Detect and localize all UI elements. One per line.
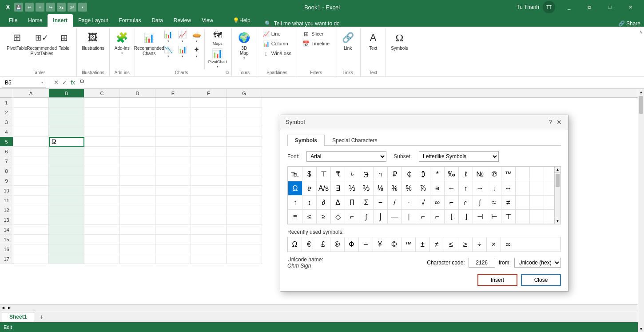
symbol-cell-1-14[interactable]: ↓ bbox=[487, 181, 501, 196]
symbol-cell-0-0[interactable]: ℡ bbox=[288, 167, 302, 181]
font-select[interactable]: Arial bbox=[306, 151, 386, 162]
recent-symbol-9[interactable]: ± bbox=[416, 237, 430, 252]
symbol-cell-3-16[interactable] bbox=[516, 210, 530, 224]
symbol-cell-2-6[interactable]: − bbox=[374, 196, 388, 210]
symbol-cell-1-4[interactable]: ⅓ bbox=[345, 181, 359, 196]
symbol-cell-2-10[interactable]: ∞ bbox=[430, 196, 445, 210]
symbol-cell-2-4[interactable]: Π bbox=[345, 196, 359, 210]
symbol-cell-2-9[interactable]: √ bbox=[416, 196, 430, 210]
symbol-cell-1-7[interactable]: ⅜ bbox=[388, 181, 402, 196]
recent-symbol-11[interactable]: ≤ bbox=[444, 237, 458, 252]
symbol-cell-3-4[interactable]: ⌐ bbox=[345, 210, 359, 224]
recent-symbol-13[interactable]: ÷ bbox=[473, 237, 487, 252]
from-select[interactable]: Unicode (hex) bbox=[514, 258, 561, 268]
symbol-cell-0-5[interactable]: ℈ bbox=[359, 167, 374, 181]
symbol-cell-1-11[interactable]: ← bbox=[445, 181, 459, 196]
recent-symbol-2[interactable]: £ bbox=[316, 237, 330, 252]
symbol-cell-3-2[interactable]: ≥ bbox=[317, 210, 331, 224]
symbol-cell-0-17[interactable] bbox=[530, 167, 544, 181]
symbol-cell-1-5[interactable]: ⅔ bbox=[359, 181, 374, 196]
symbol-cell-0-9[interactable]: ₿ bbox=[416, 167, 430, 181]
symbol-cell-1-1[interactable]: ℯ bbox=[302, 181, 317, 196]
symbol-cell-2-5[interactable]: Σ bbox=[359, 196, 374, 210]
symbol-cell-0-15[interactable]: ™ bbox=[501, 167, 516, 181]
recent-symbol-10[interactable]: ≠ bbox=[430, 237, 444, 252]
symbol-cell-0-1[interactable]: $ bbox=[302, 167, 317, 181]
symbol-cell-0-13[interactable]: № bbox=[473, 167, 487, 181]
recent-symbol-0[interactable]: Ω bbox=[288, 237, 302, 252]
symbol-cell-0-14[interactable]: ℗ bbox=[487, 167, 501, 181]
symbol-cell-0-10[interactable]: * bbox=[430, 167, 445, 181]
symbol-cell-1-13[interactable]: → bbox=[473, 181, 487, 196]
symbol-cell-0-16[interactable] bbox=[516, 167, 530, 181]
recent-symbol-7[interactable]: © bbox=[387, 237, 402, 252]
dialog-tab-symbols[interactable]: Symbols bbox=[287, 135, 325, 146]
symbol-cell-3-10[interactable]: ⌐ bbox=[430, 210, 445, 224]
symbol-cell-2-13[interactable]: ∫ bbox=[473, 196, 487, 210]
symbol-cell-0-12[interactable]: ℓ bbox=[459, 167, 473, 181]
symbol-cell-2-0[interactable]: ↑ bbox=[288, 196, 302, 210]
symbol-cell-0-8[interactable]: ₵ bbox=[402, 167, 416, 181]
symbol-cell-3-1[interactable]: ≤ bbox=[302, 210, 317, 224]
symbol-cell-2-1[interactable]: ↕ bbox=[302, 196, 317, 210]
symbol-cell-2-7[interactable]: / bbox=[388, 196, 402, 210]
recent-symbol-6[interactable]: ¥ bbox=[373, 237, 387, 252]
symbol-cell-3-13[interactable]: ⊣ bbox=[473, 210, 487, 224]
symbol-cell-3-5[interactable]: ∫ bbox=[359, 210, 374, 224]
symbol-cell-1-9[interactable]: ⅞ bbox=[416, 181, 430, 196]
symbol-cell-2-2[interactable]: ∂ bbox=[317, 196, 331, 210]
symbol-cell-1-8[interactable]: ⅝ bbox=[402, 181, 416, 196]
recent-symbol-14[interactable]: × bbox=[487, 237, 501, 252]
recent-symbol-15[interactable]: ∞ bbox=[501, 237, 515, 252]
symbol-cell-3-6[interactable]: ⌡ bbox=[374, 210, 388, 224]
symbol-cell-1-0[interactable]: Ω bbox=[288, 181, 302, 196]
subset-select[interactable]: Letterlike Symbols bbox=[419, 151, 499, 162]
symbol-cell-1-2[interactable]: A/s bbox=[317, 181, 331, 196]
recent-symbol-8[interactable]: ™ bbox=[402, 237, 416, 252]
symbol-cell-3-15[interactable]: ⊤ bbox=[501, 210, 516, 224]
recent-symbol-12[interactable]: ≥ bbox=[458, 237, 473, 252]
recent-symbol-4[interactable]: Φ bbox=[345, 237, 359, 252]
symbol-cell-2-16[interactable] bbox=[516, 196, 530, 210]
symbol-cell-0-4[interactable]: ৳ bbox=[345, 167, 359, 181]
symbol-cell-1-17[interactable] bbox=[530, 181, 544, 196]
symbol-cell-3-7[interactable]: — bbox=[388, 210, 402, 224]
grid-scroll-thumb[interactable] bbox=[556, 174, 560, 187]
symbol-cell-2-3[interactable]: Δ bbox=[331, 196, 345, 210]
symbol-cell-0-6[interactable]: ∩ bbox=[374, 167, 388, 181]
symbol-cell-3-3[interactable]: ◇ bbox=[331, 210, 345, 224]
symbol-cell-1-10[interactable]: ∍ bbox=[430, 181, 445, 196]
symbol-cell-3-0[interactable]: ≡ bbox=[288, 210, 302, 224]
symbol-cell-1-6[interactable]: ⅛ bbox=[374, 181, 388, 196]
symbol-cell-3-14[interactable]: ⊢ bbox=[487, 210, 501, 224]
symbol-cell-0-3[interactable]: ₹ bbox=[331, 167, 345, 181]
symbol-cell-2-11[interactable]: ⌐ bbox=[445, 196, 459, 210]
symbol-cell-1-15[interactable]: ↔ bbox=[501, 181, 516, 196]
close-button[interactable]: Close bbox=[521, 274, 561, 286]
char-code-input[interactable] bbox=[469, 258, 495, 268]
symbol-cell-3-9[interactable]: ⌐ bbox=[416, 210, 430, 224]
symbol-cell-0-2[interactable]: ⊤ bbox=[317, 167, 331, 181]
recent-symbol-3[interactable]: ® bbox=[330, 237, 345, 252]
recent-symbol-1[interactable]: € bbox=[302, 237, 316, 252]
symbol-cell-2-8[interactable]: · bbox=[402, 196, 416, 210]
symbol-cell-1-12[interactable]: ↑ bbox=[459, 181, 473, 196]
dialog-tab-special-chars[interactable]: Special Characters bbox=[325, 135, 385, 146]
dialog-close-x-button[interactable]: ✕ bbox=[556, 119, 563, 126]
symbol-cell-2-15[interactable]: ≠ bbox=[501, 196, 516, 210]
symbol-cell-1-3[interactable]: ∃ bbox=[331, 181, 345, 196]
symbol-cell-2-17[interactable] bbox=[530, 196, 544, 210]
insert-button[interactable]: Insert bbox=[477, 274, 517, 286]
symbol-cell-1-16[interactable] bbox=[516, 181, 530, 196]
dialog-help-button[interactable]: ? bbox=[549, 119, 552, 125]
symbol-cell-0-11[interactable]: ‰ bbox=[445, 167, 459, 181]
symbol-cell-0-7[interactable]: ₽ bbox=[388, 167, 402, 181]
symbol-cell-3-17[interactable] bbox=[530, 210, 544, 224]
symbol-cell-3-11[interactable]: ⌊ bbox=[445, 210, 459, 224]
recent-symbol-5[interactable]: – bbox=[359, 237, 373, 252]
symbol-cell-3-8[interactable]: | bbox=[402, 210, 416, 224]
grid-scroll-up-button[interactable]: ▲ bbox=[555, 167, 561, 173]
symbol-cell-2-14[interactable]: ≈ bbox=[487, 196, 501, 210]
grid-scroll-track[interactable] bbox=[555, 173, 561, 218]
symbol-cell-2-12[interactable]: ∩ bbox=[459, 196, 473, 210]
